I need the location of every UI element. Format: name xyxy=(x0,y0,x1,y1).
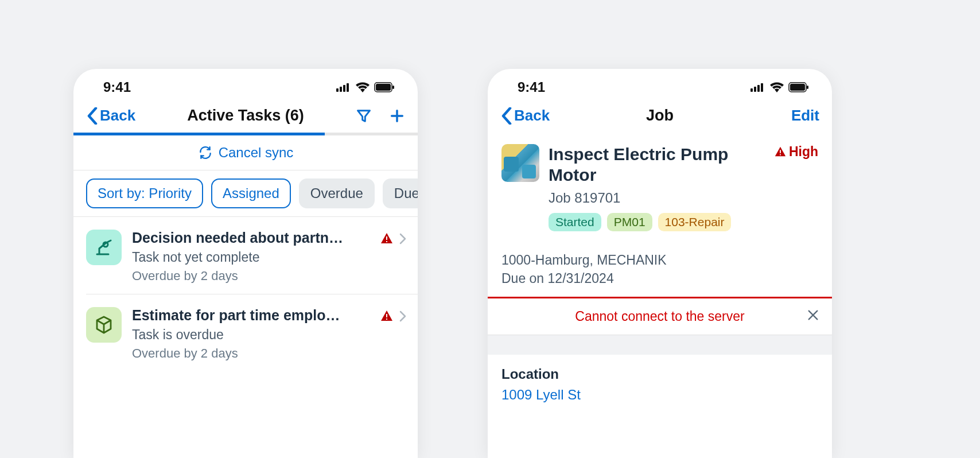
task-meta: Overdue by 2 days xyxy=(132,269,370,284)
svg-rect-5 xyxy=(376,84,391,91)
status-time: 9:41 xyxy=(518,79,545,95)
error-close-button[interactable] xyxy=(807,308,819,325)
job-title: Inspect Electric Pump Motor xyxy=(549,144,765,185)
chevron-right-icon xyxy=(399,233,406,244)
status-tag: Started xyxy=(549,213,601,231)
back-button[interactable]: Back xyxy=(500,107,550,125)
svg-rect-14 xyxy=(761,83,763,92)
svg-rect-12 xyxy=(754,87,756,92)
svg-rect-13 xyxy=(757,85,760,92)
location-section: Location 1009 Lyell St xyxy=(488,355,832,407)
error-message: Cannot connect to the server xyxy=(575,309,744,324)
plus-icon xyxy=(389,108,405,124)
nav-bar: Back Job Edit xyxy=(488,101,832,133)
assigned-chip[interactable]: Assigned xyxy=(211,178,291,208)
cellular-icon xyxy=(750,83,765,92)
status-bar: 9:41 xyxy=(488,69,832,101)
alert-icon xyxy=(774,146,787,158)
task-trailing xyxy=(380,307,406,323)
nav-bar: Back Active Tasks (6) xyxy=(73,101,418,133)
status-time: 9:41 xyxy=(103,79,131,95)
error-banner: Cannot connect to the server xyxy=(488,297,832,335)
chevron-left-icon xyxy=(500,107,513,125)
battery-icon xyxy=(374,82,395,92)
page-title: Job xyxy=(646,107,674,125)
svg-rect-18 xyxy=(780,150,781,153)
task-subtitle: Task not yet complete xyxy=(132,250,370,265)
svg-rect-7 xyxy=(386,236,387,240)
task-title: Decision needed about partn… xyxy=(132,230,370,246)
task-icon xyxy=(86,230,122,265)
svg-rect-1 xyxy=(340,87,342,92)
nav-actions xyxy=(356,108,405,124)
sync-icon xyxy=(198,145,213,160)
chevron-left-icon xyxy=(86,107,99,125)
alert-icon xyxy=(380,232,394,246)
svg-rect-3 xyxy=(347,83,349,92)
phone-job: 9:41 Back Job Edit Inspect Electric Pump… xyxy=(488,69,832,458)
task-body: Decision needed about partn… Task not ye… xyxy=(132,230,370,284)
task-subtitle: Task is overdue xyxy=(132,327,370,343)
task-row[interactable]: Decision needed about partn… Task not ye… xyxy=(86,217,418,294)
task-icon xyxy=(86,307,122,343)
robot-arm-icon xyxy=(92,236,115,259)
cancel-sync-button[interactable]: Cancel sync xyxy=(73,135,418,170)
svg-rect-10 xyxy=(386,319,387,320)
alert-icon xyxy=(380,309,394,323)
add-button[interactable] xyxy=(389,108,405,124)
svg-rect-17 xyxy=(807,86,808,89)
svg-rect-2 xyxy=(343,85,345,92)
job-meta: 1000-Hamburg, MECHANIK Due on 12/31/2024 xyxy=(488,240,832,297)
chevron-right-icon xyxy=(399,310,406,322)
battery-icon xyxy=(788,82,809,92)
status-bar: 9:41 xyxy=(73,69,418,101)
svg-rect-8 xyxy=(386,241,387,242)
cellular-icon xyxy=(336,83,351,92)
wifi-icon xyxy=(356,82,370,92)
back-button[interactable]: Back xyxy=(86,107,135,125)
job-location-line: 1000-Hamburg, MECHANIK xyxy=(501,251,818,269)
close-icon xyxy=(807,309,819,321)
task-body: Estimate for part time emplo… Task is ov… xyxy=(132,307,370,361)
svg-rect-19 xyxy=(780,154,781,155)
task-meta: Overdue by 2 days xyxy=(132,346,370,361)
status-icons xyxy=(336,82,395,92)
type-tag: 103-Repair xyxy=(658,213,732,231)
job-thumbnail xyxy=(501,144,539,182)
svg-rect-6 xyxy=(392,86,394,89)
back-label: Back xyxy=(514,107,550,125)
back-label: Back xyxy=(100,107,135,125)
cancel-sync-label: Cancel sync xyxy=(219,145,294,161)
task-trailing xyxy=(380,230,406,246)
svg-rect-0 xyxy=(336,88,339,92)
job-id: Job 819701 xyxy=(549,190,765,206)
code-tag: PM01 xyxy=(607,213,652,231)
location-value[interactable]: 1009 Lyell St xyxy=(501,387,818,403)
section-gap xyxy=(488,335,832,355)
sort-chip[interactable]: Sort by: Priority xyxy=(86,178,203,208)
job-header: Inspect Electric Pump Motor Job 819701 S… xyxy=(488,133,832,240)
priority-badge: High xyxy=(774,144,818,160)
task-title: Estimate for part time emplo… xyxy=(132,307,370,324)
location-label: Location xyxy=(501,366,818,382)
page-title: Active Tasks (6) xyxy=(187,107,304,125)
task-row[interactable]: Estimate for part time emplo… Task is ov… xyxy=(86,294,418,371)
svg-rect-16 xyxy=(790,84,805,91)
wifi-icon xyxy=(770,82,784,92)
priority-label: High xyxy=(789,144,818,160)
edit-button[interactable]: Edit xyxy=(791,107,819,125)
svg-rect-11 xyxy=(750,88,753,92)
due-today-chip[interactable]: Due Today xyxy=(383,178,418,208)
filter-button[interactable] xyxy=(356,108,372,124)
phone-tasks: 9:41 Back Active Tasks (6) Cancel sync S xyxy=(73,69,418,458)
filter-chips: Sort by: Priority Assigned Overdue Due T… xyxy=(73,170,418,217)
funnel-icon xyxy=(356,108,372,124)
job-tags: Started PM01 103-Repair xyxy=(549,213,765,231)
status-icons xyxy=(750,82,809,92)
package-icon xyxy=(92,313,115,336)
job-due-line: Due on 12/31/2024 xyxy=(501,269,818,288)
overdue-chip[interactable]: Overdue xyxy=(299,178,375,208)
svg-rect-9 xyxy=(386,314,387,317)
